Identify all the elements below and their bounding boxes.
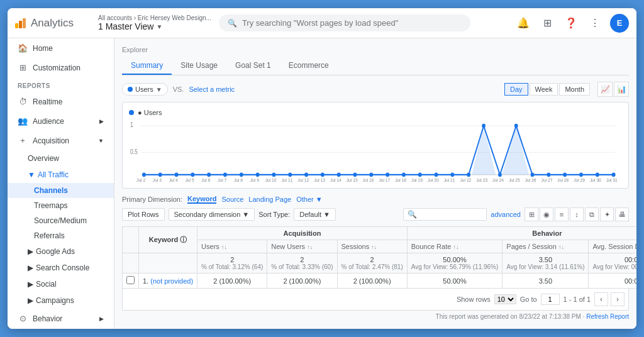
row1-duration-cell: 00:01:26 <box>589 273 636 289</box>
svg-text:Jul 24: Jul 24 <box>492 177 504 182</box>
row1-users-cell: 2 (100.00%) <box>197 273 267 289</box>
more-icon[interactable]: ⋮ <box>586 14 604 32</box>
plot-rows-button[interactable]: Plot Rows <box>122 208 165 221</box>
date-btn-week[interactable]: Week <box>530 83 558 96</box>
sidebar-item-audience[interactable]: 👥 Audience ▶ <box>8 111 114 131</box>
notifications-icon[interactable]: 🔔 <box>514 14 532 32</box>
sidebar-item-channels[interactable]: Channels <box>8 183 114 198</box>
date-btn-day[interactable]: Day <box>504 83 528 96</box>
svg-point-12 <box>207 173 211 177</box>
dim-link-keyword[interactable]: Keyword <box>187 195 216 204</box>
secondary-dimension-button[interactable]: Secondary dimension ▼ <box>169 208 255 221</box>
row1-checkbox[interactable] <box>126 276 135 284</box>
sidebar-item-overview[interactable]: Overview <box>8 150 114 167</box>
tab-goal-set-1[interactable]: Goal Set 1 <box>226 57 280 75</box>
svg-text:Jul 4: Jul 4 <box>169 177 178 182</box>
line-chart-btn[interactable]: 📈 <box>597 82 613 97</box>
totals-pages-cell: 3.50 Avg for View: 3.14 (11.61%) <box>502 253 589 273</box>
refresh-report-link[interactable]: Refresh Report <box>586 313 629 320</box>
pivot-view-icon[interactable]: ⧉ <box>585 207 599 221</box>
bar-chart-btn[interactable]: 📊 <box>614 82 629 97</box>
sidebar-item-search-console[interactable]: ▶Search Console <box>8 260 114 276</box>
tab-site-usage[interactable]: Site Usage <box>172 57 226 75</box>
select-metric-link[interactable]: Select a metric <box>189 86 235 93</box>
sidebar-item-referrals[interactable]: Referrals <box>8 228 114 243</box>
dim-link-landing-page[interactable]: Landing Page <box>248 196 291 203</box>
avatar[interactable]: E <box>610 14 629 33</box>
new-users-col-header[interactable]: New Users ↑↓ <box>267 240 337 253</box>
sidebar-item-social[interactable]: ▶Social <box>8 276 114 292</box>
apps-icon[interactable]: ⊞ <box>538 14 556 32</box>
row1-keyword-link[interactable]: (not provided) <box>150 277 193 285</box>
sidebar-item-source-medium[interactable]: Source/Medium <box>8 213 114 228</box>
svg-point-30 <box>498 173 502 177</box>
breadcrumb-title[interactable]: 1 Master View ▼ <box>98 21 211 31</box>
chart-legend-dot <box>129 110 134 115</box>
sessions-col-header[interactable]: Sessions ↑↓ <box>337 240 407 253</box>
date-btn-month[interactable]: Month <box>559 83 590 96</box>
svg-text:0.5: 0.5 <box>130 148 138 155</box>
sidebar-item-acquisition[interactable]: + Acquisition ▼ <box>8 131 114 150</box>
svg-text:Jul 3: Jul 3 <box>153 177 162 182</box>
sidebar-item-customization[interactable]: ⊞ Customization <box>8 58 114 77</box>
page-input[interactable] <box>541 294 560 305</box>
svg-point-10 <box>175 173 179 177</box>
sidebar-item-home[interactable]: 🏠 Home <box>8 38 114 58</box>
rows-per-page-select[interactable]: 10 25 50 <box>494 294 516 304</box>
totals-keyword-cell <box>139 253 197 273</box>
totals-users-cell: 2 % of Total: 3.12% (64) <box>197 253 267 273</box>
table-view-icon[interactable]: ⊞ <box>525 207 538 221</box>
sidebar-item-attribution[interactable]: 📍 Attribution BETA <box>8 328 114 329</box>
term-view-icon[interactable]: ↕ <box>570 207 584 221</box>
metric-selector[interactable]: Users ▼ <box>122 83 168 96</box>
chart-svg: 1 0.5 <box>129 119 622 182</box>
lifehack-view-icon[interactable]: ✦ <box>600 207 614 221</box>
pie-view-icon[interactable]: ◉ <box>540 207 553 221</box>
svg-text:Jul 13: Jul 13 <box>314 177 325 182</box>
sidebar-item-treemaps[interactable]: Treemaps <box>8 198 114 213</box>
keyword-col-label: Keyword ⓘ <box>149 236 187 243</box>
main-content: Explorer Summary Site Usage Goal Set 1 E… <box>114 38 636 329</box>
dim-link-source[interactable]: Source <box>221 196 243 203</box>
default-sort-button[interactable]: Default ▼ <box>294 208 336 221</box>
help-icon[interactable]: ❓ <box>562 14 580 32</box>
metric-dot <box>128 87 133 92</box>
advanced-link[interactable]: advanced <box>491 211 521 218</box>
svg-point-25 <box>418 173 422 177</box>
audience-icon: 👥 <box>18 116 28 126</box>
chart-legend: ● Users <box>129 109 622 116</box>
dim-link-other[interactable]: Other ▼ <box>296 196 322 203</box>
users-col-header[interactable]: Users ↑↓ <box>197 240 267 253</box>
go-to-label: Go to <box>520 296 537 303</box>
comparison-view-icon[interactable]: ≡ <box>555 207 569 221</box>
tab-ecommerce[interactable]: Ecommerce <box>280 57 338 75</box>
sidebar-item-realtime[interactable]: ⏱ Realtime <box>8 92 114 111</box>
svg-text:Jul 12: Jul 12 <box>297 177 309 182</box>
next-page-button[interactable]: › <box>611 292 625 306</box>
sidebar-item-google-ads[interactable]: ▶Google Ads <box>8 243 114 260</box>
prev-page-button[interactable]: ‹ <box>594 292 608 306</box>
svg-text:Jul 11: Jul 11 <box>282 177 293 182</box>
table-row: 1. (not provided) 2 (100.00%) 2 (100.00%… <box>123 273 637 289</box>
primary-dim-label: Primary Dimension: <box>122 196 182 203</box>
sidebar-item-all-traffic[interactable]: ▼All Traffic <box>8 167 114 183</box>
svg-point-14 <box>240 173 243 177</box>
sidebar-item-behavior[interactable]: ⊙ Behavior ▶ <box>8 309 114 328</box>
report-footer-text: This report was generated on 8/23/22 at … <box>436 313 585 320</box>
sidebar-item-campaigns[interactable]: ▶Campaigns <box>8 292 114 309</box>
totals-checkbox-cell <box>123 253 139 273</box>
search-input[interactable] <box>242 18 462 28</box>
pages-col-header[interactable]: Pages / Session ↑↓ <box>502 240 589 253</box>
smart-view-icon[interactable]: 🖶 <box>615 207 629 221</box>
search-bar[interactable]: 🔍 <box>219 14 470 31</box>
table-search-input[interactable] <box>419 211 482 218</box>
realtime-icon: ⏱ <box>18 97 28 106</box>
avg-duration-col-header[interactable]: Avg. Session Duration ↑↓ <box>589 240 636 253</box>
chart-type-buttons: 📈 📊 <box>597 82 629 97</box>
table-search[interactable]: 🔍 <box>403 208 487 221</box>
bounce-rate-col-header[interactable]: Bounce Rate ↑↓ <box>407 240 502 253</box>
row1-checkbox-cell[interactable] <box>123 273 139 289</box>
tab-summary[interactable]: Summary <box>122 57 172 75</box>
app-title: Analytics <box>31 17 74 30</box>
svg-text:Jul 5: Jul 5 <box>185 177 194 182</box>
